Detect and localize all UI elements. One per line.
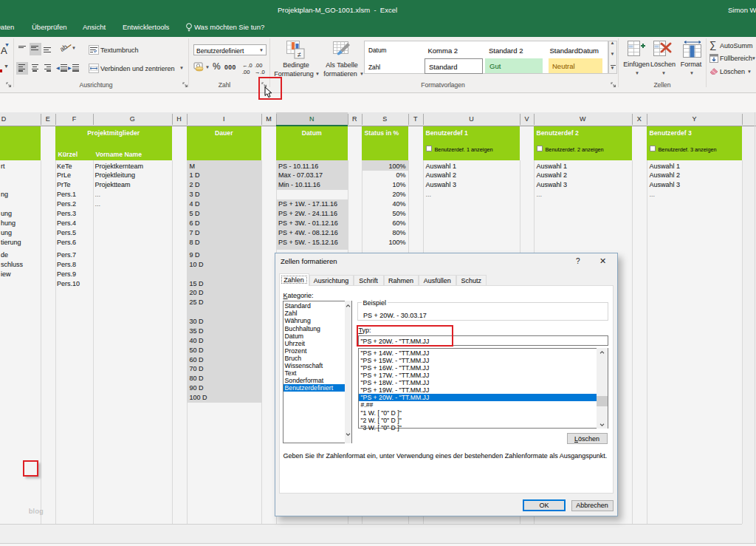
svg-text:≠: ≠ xyxy=(298,51,301,58)
